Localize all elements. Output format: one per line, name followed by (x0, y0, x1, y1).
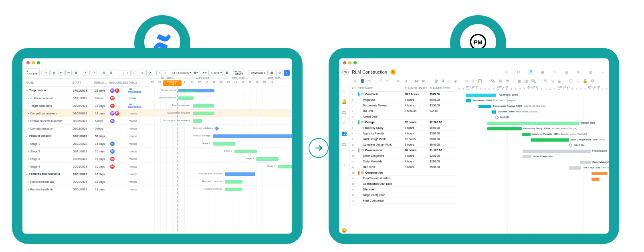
view-gantt-icon[interactable]: ≣ (528, 69, 533, 75)
task-row[interactable]: 14Hire Crew8 hours$560.00 (349, 164, 457, 170)
task-row[interactable]: 5Award Date (349, 114, 457, 120)
unlink-icon[interactable]: ⧔ (422, 78, 426, 84)
columns-icon[interactable]: ▦▾ (192, 70, 200, 76)
more-icon[interactable]: ⋯ (342, 152, 346, 157)
gear-icon[interactable]: ⚙ (276, 70, 283, 76)
task-row[interactable]: 13Order Materials4 hours$280.00 (349, 159, 457, 164)
task-row[interactable]: 17Construction Start Date (349, 181, 457, 187)
task-row[interactable]: 16Prep/Pre-construction (349, 176, 457, 181)
folder-icon[interactable]: 🗀 (342, 110, 346, 114)
link-icon[interactable]: ⛓ (73, 70, 79, 76)
task-row[interactable]: 9Start Design Work12 hours$960.00 (349, 136, 457, 142)
indent-out-icon[interactable]: ⇤ (397, 78, 400, 84)
task-row[interactable]: 7Feasibility Study8 hours$640.00 (349, 125, 457, 131)
task-row[interactable]: 6⊟Design32 hours$2,560.00 (349, 120, 457, 125)
team-icon[interactable]: 👥 (341, 131, 347, 136)
grid-icon[interactable]: ▦ (517, 78, 521, 84)
info-icon[interactable]: ⓘ (569, 78, 573, 84)
create-button[interactable]: + CREATE (25, 68, 40, 77)
home-icon[interactable]: ⌂ (343, 88, 345, 93)
trash-icon[interactable]: 🗑 (50, 70, 57, 76)
add-icon[interactable]: ⊕ (353, 78, 357, 84)
filter-icon[interactable]: ▼▾ (201, 70, 209, 76)
zoom-out-icon[interactable]: − (118, 70, 124, 76)
header: PM RLM Construction 😃 ≡ ⫿⫿ ≣ ▦ ∿ ▤ 🗎 ▥ + (339, 67, 609, 77)
task-row[interactable]: 8Apply for Permits4 hours$320.00 (349, 131, 457, 136)
columns-icon[interactable]: ▥ (524, 78, 528, 84)
lock-icon[interactable]: 🔒 (583, 78, 587, 84)
share-icon[interactable]: ⟲ (368, 78, 371, 84)
next-icon[interactable]: › (163, 70, 168, 76)
task-row[interactable]: 3Documents Review4 hours$360.00 (349, 103, 457, 108)
jira-dropdown[interactable]: ↯ JIRA ▾ (210, 70, 223, 76)
export-icon[interactable]: ⇲ (551, 78, 554, 84)
edit-icon[interactable]: ✎ (43, 70, 49, 76)
task-row[interactable]: 20Final Completion (349, 198, 457, 204)
tag-icon[interactable]: ◈ (454, 78, 457, 84)
pm-logo-icon: PM (342, 69, 349, 75)
window-controls (22, 58, 292, 67)
task-row[interactable]: 1⊟Contracts10.5 hours$945.00 (349, 92, 457, 97)
search-icon[interactable]: 🔍 (531, 78, 536, 84)
bell-icon[interactable]: 🔔 (341, 99, 347, 104)
task-grid: ALL TASK NAME PLANNED HOURS PLANNED RESO… (349, 85, 457, 234)
import-icon[interactable]: ⇱ (544, 78, 547, 84)
refresh-icon[interactable]: ⟳ (146, 70, 153, 76)
undo-icon[interactable]: ↶ (83, 70, 89, 76)
note-icon[interactable]: 🗎 (499, 78, 503, 84)
col-hours: PLANNED HOURS (405, 87, 430, 90)
view-list-icon[interactable]: ≡ (504, 69, 509, 75)
indent-right-icon[interactable]: ⇥ (65, 70, 72, 76)
expand-icon[interactable]: ⊞ (108, 70, 114, 76)
task-row[interactable]: 18Site work (349, 187, 457, 192)
view-board-icon[interactable]: ⫿⫿ (516, 69, 521, 75)
attach-icon[interactable]: 📎 (491, 78, 495, 84)
task-row[interactable]: 19Stage Completion (349, 192, 457, 198)
view-sheet-icon[interactable]: ▤ (564, 69, 569, 75)
paste-icon[interactable]: 📋 (477, 78, 482, 84)
filter-icon[interactable]: ▽ (576, 78, 579, 84)
project-start-label: PROJECT START (231, 70, 247, 75)
start-date-input[interactable]: 07/20/2023 (248, 70, 268, 76)
task-row[interactable]: 2Proposals6 hours$540.00 (349, 97, 457, 103)
view-calendar-icon[interactable]: ▦ (540, 69, 545, 75)
avatar-icon[interactable]: 😊 (341, 228, 347, 233)
indent-in-icon[interactable]: ⇥ (404, 78, 407, 84)
today-line (177, 87, 178, 231)
prev-icon[interactable]: ‹ (156, 70, 162, 76)
task-row[interactable]: 15⊟Construction (349, 170, 457, 176)
settings-icon[interactable]: ⚙ (591, 78, 594, 84)
indent-left-icon[interactable]: ⇤ (58, 70, 65, 76)
case-icon[interactable]: 🗀 (342, 142, 346, 146)
collapse-icon[interactable]: ⊟ (101, 70, 107, 76)
fit-icon[interactable]: ⛶ (131, 70, 138, 76)
cut-icon[interactable]: ✂ (465, 78, 468, 84)
view-dash-icon[interactable]: ▥ (588, 69, 594, 75)
trash-icon[interactable]: 🗑 (434, 78, 438, 84)
help-icon[interactable]: ? (343, 163, 345, 168)
check-icon[interactable]: ✓ (342, 120, 346, 125)
view-timeline-icon[interactable]: ∿ (552, 69, 557, 75)
redo-icon[interactable]: ↷ (386, 78, 389, 84)
link-icon[interactable]: ⧓ (415, 78, 419, 84)
target-icon[interactable]: ◎ (139, 70, 145, 76)
calendar-icon[interactable]: ▦ (269, 70, 275, 76)
copy-icon[interactable]: ⎘ (472, 78, 474, 84)
user-icon[interactable]: 👤 (360, 78, 365, 84)
task-row[interactable]: 11⊟Procurement16 hours$1,120.00 (349, 148, 457, 153)
zoom-in-icon[interactable]: + (125, 70, 131, 76)
task-row[interactable]: 4Bid Date0.5 hours$45.00 (349, 108, 457, 114)
features-dropdown[interactable]: ≡ FEATURES ▾ (172, 70, 191, 76)
info-button[interactable]: T (284, 70, 290, 76)
redo-icon[interactable]: ↷ (91, 70, 97, 76)
list-icon[interactable]: ≣ (224, 70, 230, 76)
fill-icon[interactable]: ◇ (448, 78, 451, 84)
task-row[interactable]: 10Complete Design Work8 hours$640.00 (349, 142, 457, 148)
task-row[interactable]: 12Order Equipment4 hours$280.00 (349, 153, 457, 159)
view-doc-icon[interactable]: 🗎 (576, 69, 581, 75)
print-icon[interactable]: 🖨 (557, 78, 561, 84)
font-icon[interactable]: A (442, 78, 444, 84)
flag-icon[interactable]: ⚑ (506, 78, 509, 84)
view-add-icon[interactable]: + (600, 69, 606, 75)
undo-icon[interactable]: ↶ (379, 78, 382, 84)
